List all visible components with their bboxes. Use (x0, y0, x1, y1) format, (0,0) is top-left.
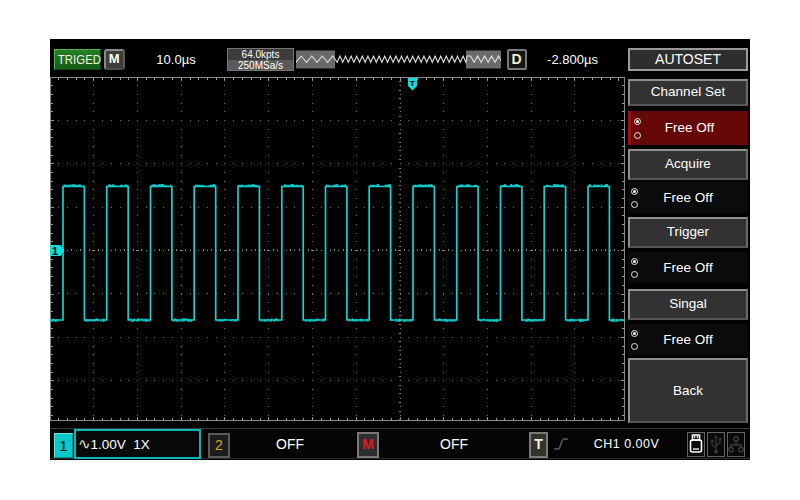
svg-text:1: 1 (52, 245, 58, 257)
svg-text:T: T (410, 79, 415, 88)
